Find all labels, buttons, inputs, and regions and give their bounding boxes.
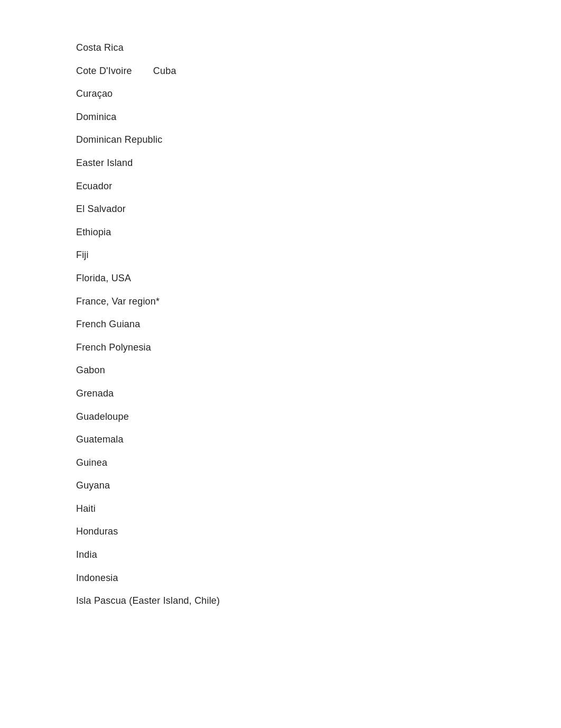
list-item-florida-usa: Florida, USA [76,273,561,284]
list-item-ecuador: Ecuador [76,181,561,192]
list-item-india: India [76,549,561,561]
country-list: Costa RicaCote D'IvoireCubaCuraçaoDomini… [0,0,561,661]
country-label: Cuba [153,66,176,77]
list-item-france-var: France, Var region* [76,296,561,308]
list-item-french-polynesia: French Polynesia [76,342,561,354]
list-item-haiti: Haiti [76,503,561,515]
list-item-guadeloupe: Guadeloupe [76,411,561,423]
list-item-grenada: Grenada [76,388,561,400]
list-item-guatemala: Guatemala [76,434,561,446]
country-label: Cote D'Ivoire [76,66,132,77]
list-item-el-salvador: El Salvador [76,204,561,215]
list-item-easter-island: Easter Island [76,158,561,169]
list-item-dominican-republic: Dominican Republic [76,134,561,146]
list-item-indonesia: Indonesia [76,573,561,584]
list-item-isla-pascua: Isla Pascua (Easter Island, Chile) [76,595,561,607]
list-item-gabon: Gabon [76,365,561,376]
list-item-cote-divoire-cuba: Cote D'IvoireCuba [76,66,561,77]
list-item-guyana: Guyana [76,480,561,492]
list-item-curacao: Curaçao [76,88,561,100]
list-item-honduras: Honduras [76,526,561,538]
list-item-french-guiana: French Guiana [76,319,561,330]
list-item-costa-rica: Costa Rica [76,42,561,54]
list-item-fiji: Fiji [76,250,561,261]
list-item-dominica: Dominica [76,112,561,123]
list-item-guinea: Guinea [76,457,561,469]
list-item-ethiopia: Ethiopia [76,227,561,238]
